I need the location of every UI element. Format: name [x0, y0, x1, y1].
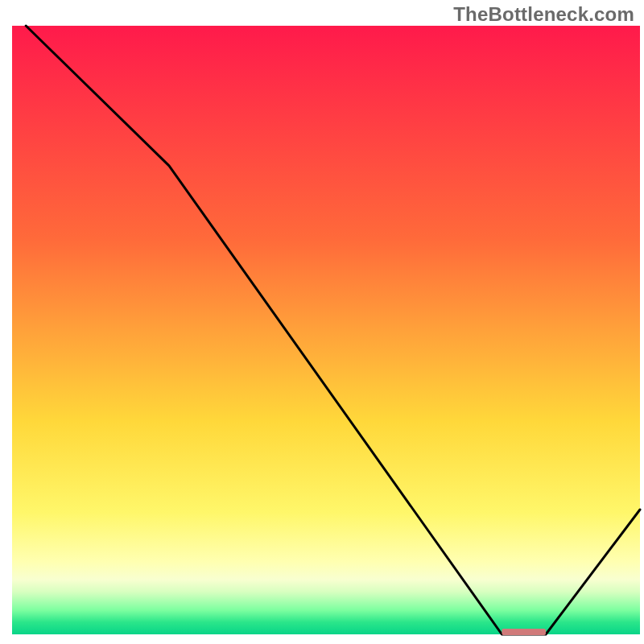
flat-segment-marker	[502, 629, 546, 635]
chart-frame: TheBottleneck.com	[0, 0, 644, 644]
plot-background	[12, 26, 640, 634]
chart-svg	[0, 0, 644, 644]
watermark-text: TheBottleneck.com	[453, 3, 634, 26]
